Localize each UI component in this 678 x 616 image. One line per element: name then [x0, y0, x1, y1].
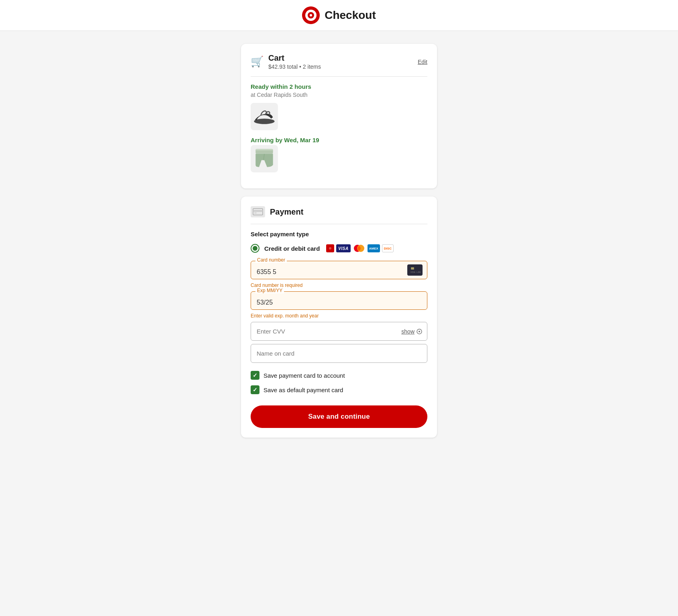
- delivery-arriving-label: Arriving by Wed, Mar 19: [251, 137, 427, 143]
- name-on-card-input[interactable]: [251, 344, 427, 363]
- mastercard-logo: [353, 244, 366, 252]
- credit-debit-option[interactable]: Credit or debit card VISA AMEX: [251, 244, 427, 253]
- exp-error: Enter valid exp. month and year: [251, 313, 427, 319]
- svg-rect-7: [255, 149, 273, 150]
- cart-icon: 🛒: [251, 55, 263, 68]
- exp-field-group: Exp MM/YY: [251, 291, 427, 310]
- svg-rect-9: [253, 210, 263, 212]
- card-number-float-label: Card number: [255, 257, 287, 263]
- exp-input[interactable]: [251, 291, 427, 310]
- svg-rect-10: [254, 213, 257, 213]
- name-on-card-group: [251, 344, 427, 363]
- page-title: Checkout: [325, 9, 376, 22]
- delivery-location: at Cedar Rapids South: [251, 92, 427, 98]
- cart-card: 🛒 Cart $42.93 total • 2 items Edit Ready…: [241, 44, 437, 188]
- show-cvv-button[interactable]: show: [401, 328, 423, 335]
- svg-point-3: [310, 14, 312, 16]
- shorts-product-image: [251, 145, 278, 172]
- exp-float-label: Exp MM/YY: [255, 288, 284, 293]
- card-number-input[interactable]: [251, 261, 427, 279]
- payment-title: Payment: [270, 207, 303, 217]
- card-number-error: Card number is required: [251, 282, 427, 288]
- credit-debit-label: Credit or debit card: [264, 245, 320, 252]
- card-logos: VISA AMEX DISC: [326, 244, 394, 252]
- sandal-product-image: [251, 103, 278, 130]
- delivery-ready-label: Ready within 2 hours: [251, 83, 427, 90]
- cart-divider: [251, 76, 427, 77]
- site-header: Checkout: [0, 0, 678, 31]
- payment-section-title: Select payment type: [251, 231, 427, 237]
- cvv-input[interactable]: [251, 322, 427, 341]
- save-card-options: ✓ Save payment card to account ✓ Save as…: [251, 371, 427, 394]
- svg-text:VISA LIKE: VISA LIKE: [410, 271, 421, 273]
- save-card-checkbox-item[interactable]: ✓ Save payment card to account: [251, 371, 427, 380]
- card-chip-icon: VISA LIKE: [407, 264, 423, 276]
- payment-card-icon: [251, 206, 265, 217]
- default-card-checkbox[interactable]: ✓: [251, 385, 259, 394]
- default-card-label: Save as default payment card: [263, 387, 343, 393]
- save-card-checkbox[interactable]: ✓: [251, 371, 259, 380]
- cart-title: Cart: [268, 53, 321, 63]
- save-card-label: Save payment card to account: [263, 372, 345, 379]
- default-card-checkbox-item[interactable]: ✓ Save as default payment card: [251, 385, 427, 394]
- cvv-field-group: show: [251, 322, 427, 341]
- radio-inner: [253, 246, 257, 251]
- edit-cart-button[interactable]: Edit: [418, 59, 427, 65]
- cart-subtitle: $42.93 total • 2 items: [268, 63, 321, 70]
- radio-button-credit[interactable]: [251, 244, 259, 253]
- payment-card: Payment Select payment type Credit or de…: [241, 196, 437, 438]
- target-logo-icon: [302, 6, 320, 24]
- visa-logo: VISA: [336, 244, 350, 252]
- svg-point-20: [419, 331, 420, 332]
- svg-point-4: [254, 119, 274, 124]
- discover-logo: DISC: [382, 244, 394, 252]
- main-content: 🛒 Cart $42.93 total • 2 items Edit Ready…: [235, 44, 443, 438]
- amex-logo: AMEX: [368, 244, 380, 252]
- card-number-group: Card number VISA LIKE: [251, 261, 427, 279]
- payment-divider: [251, 224, 427, 224]
- save-continue-button[interactable]: Save and continue: [251, 405, 427, 428]
- svg-rect-17: [411, 268, 414, 269]
- redcard-logo: [326, 244, 334, 252]
- svg-point-12: [329, 247, 331, 250]
